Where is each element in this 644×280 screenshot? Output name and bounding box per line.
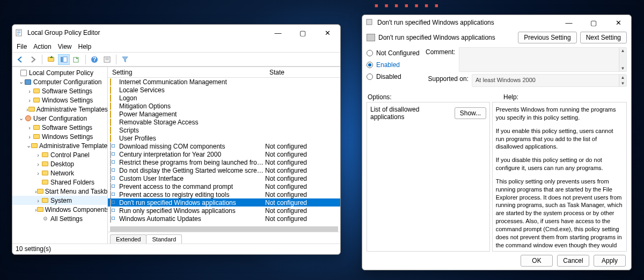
list-setting[interactable]: Restrict these programs from being launc… <box>108 158 340 166</box>
tab-standard[interactable]: Standard <box>146 234 182 244</box>
list-item-label: Prevent access to registry editing tools <box>119 191 265 198</box>
tab-extended[interactable]: Extended <box>110 234 147 244</box>
comment-textbox[interactable]: ▲▼ <box>459 47 627 72</box>
policy-minimize-button[interactable]: — <box>561 17 576 28</box>
list-folder[interactable]: Scripts <box>108 126 340 134</box>
setting-icon <box>110 200 118 205</box>
tree-root[interactable]: Local Computer Policy <box>29 69 93 77</box>
maximize-button[interactable]: ▢ <box>295 27 310 39</box>
apply-button[interactable]: Apply <box>594 255 626 267</box>
tree-uc-windows[interactable]: Windows Settings <box>42 133 93 141</box>
next-setting-button[interactable]: Next Setting <box>580 32 627 43</box>
list-setting[interactable]: Run only specified Windows applicationsN… <box>108 207 340 215</box>
list-item-state: Not configured <box>265 143 340 150</box>
list-item-label: Do not display the Getting Started welco… <box>119 167 265 174</box>
list-setting[interactable]: Century interpretation for Year 2000Not … <box>108 150 340 158</box>
svg-rect-2 <box>17 32 20 33</box>
list-item-state: Not configured <box>265 183 340 190</box>
tree-uc-admin[interactable]: Administrative Templates <box>39 142 108 150</box>
setting-icon <box>110 151 118 157</box>
list-setting[interactable]: Prevent access to the command promptNot … <box>108 182 340 190</box>
tree-control-panel[interactable]: Control Panel <box>50 151 90 159</box>
show-list-button[interactable]: Show... <box>455 107 486 119</box>
radio-disabled[interactable] <box>367 73 373 80</box>
menu-view[interactable]: View <box>58 43 72 50</box>
policy-titlebar[interactable]: Don't run specified Windows applications… <box>362 15 631 30</box>
list-folder[interactable]: Removable Storage Access <box>108 118 340 126</box>
folder-icon <box>110 79 118 85</box>
list-item-label: Logon <box>119 94 265 102</box>
help-button[interactable]: ? <box>89 54 100 65</box>
list-setting[interactable]: Windows Automatic UpdatesNot configured <box>108 215 340 223</box>
col-setting[interactable]: Setting <box>108 67 265 77</box>
folder-icon <box>110 127 118 133</box>
list-item-label: Windows Automatic Updates <box>119 215 265 223</box>
menu-file[interactable]: File <box>17 43 27 50</box>
show-hide-tree-button[interactable] <box>58 54 70 65</box>
minimize-button[interactable]: — <box>270 27 286 39</box>
list-folder[interactable]: Locale Services <box>108 86 340 94</box>
list-folder[interactable]: Logon <box>108 94 340 102</box>
tree-cc-windows[interactable]: Windows Settings <box>42 97 93 104</box>
policy-maximize-button[interactable]: ▢ <box>586 17 601 28</box>
tree-desktop[interactable]: Desktop <box>50 160 74 168</box>
svg-rect-6 <box>74 57 78 62</box>
back-button[interactable] <box>14 54 26 65</box>
setting-icon <box>110 159 118 165</box>
list-item-label: Removable Storage Access <box>119 119 265 126</box>
export-button[interactable] <box>71 54 83 65</box>
tree-cc-software[interactable]: Software Settings <box>42 87 92 95</box>
list-item-label: Restrict these programs from being launc… <box>119 159 265 166</box>
forward-button[interactable] <box>27 54 39 65</box>
tree-all-settings[interactable]: All Settings <box>50 215 83 223</box>
radio-not-configured[interactable] <box>367 50 373 56</box>
list-item-state: Not configured <box>265 151 340 158</box>
folder-icon <box>110 111 118 117</box>
comment-scrollbar[interactable]: ▲▼ <box>619 48 626 71</box>
tree-view[interactable]: ▸Local Computer Policy ⌄Computer Configu… <box>12 67 108 244</box>
tree-network[interactable]: Network <box>50 170 74 177</box>
policy-close-button[interactable]: ✕ <box>611 17 626 28</box>
properties-button[interactable] <box>101 54 113 65</box>
supported-scrollbar[interactable]: ▲▼ <box>619 75 626 86</box>
cancel-button[interactable]: Cancel <box>557 255 589 267</box>
filter-button[interactable] <box>119 54 131 65</box>
list-setting[interactable]: Download missing COM componentsNot confi… <box>108 142 340 150</box>
list-folder[interactable]: Internet Communication Management <box>108 78 340 86</box>
tree-computer-config[interactable]: Computer Configuration <box>33 78 101 86</box>
list-setting[interactable]: Do not display the Getting Started welco… <box>108 166 340 174</box>
option-list-label: List of disallowed applications <box>370 106 449 121</box>
up-button[interactable] <box>45 54 57 65</box>
list-folder[interactable]: Mitigation Options <box>108 102 340 110</box>
tree-cc-admin[interactable]: Administrative Templates <box>36 106 108 113</box>
list-folder[interactable]: User Profiles <box>108 134 340 142</box>
list-header[interactable]: Setting State <box>108 67 340 78</box>
list-item-label: User Profiles <box>119 135 265 142</box>
tree-start-menu-taskbar[interactable]: Start Menu and Taskbar <box>45 188 108 195</box>
horizontal-scrollbar[interactable] <box>110 226 338 232</box>
radio-enabled[interactable] <box>367 62 373 68</box>
list-setting[interactable]: Prevent access to registry editing tools… <box>108 190 340 198</box>
list-setting[interactable]: Don't run specified Windows applications… <box>108 198 340 207</box>
list-folder[interactable]: Power Management <box>108 110 340 118</box>
svg-rect-12 <box>367 19 372 25</box>
list-setting[interactable]: Custom User InterfaceNot configured <box>108 174 340 182</box>
list-item-label: Download missing COM components <box>119 143 265 150</box>
previous-setting-button[interactable]: Previous Setting <box>518 32 576 43</box>
list-item-label: Mitigation Options <box>119 102 265 110</box>
tree-shared-folders[interactable]: Shared Folders <box>50 179 94 186</box>
list-body[interactable]: Internet Communication ManagementLocale … <box>108 78 340 225</box>
ok-button[interactable]: OK <box>521 255 553 267</box>
list-item-label: Internet Communication Management <box>119 78 265 86</box>
help-pane[interactable]: Prevents Windows from running the progra… <box>492 102 627 252</box>
col-state[interactable]: State <box>265 67 340 77</box>
tree-uc-software[interactable]: Software Settings <box>42 124 92 131</box>
menu-help[interactable]: Help <box>78 43 92 50</box>
svg-rect-11 <box>105 60 109 60</box>
close-button[interactable]: ✕ <box>320 27 335 39</box>
titlebar[interactable]: Local Group Policy Editor — ▢ ✕ <box>12 25 340 41</box>
menu-action[interactable]: Action <box>33 43 51 50</box>
tree-system[interactable]: System <box>50 197 72 204</box>
tree-user-config[interactable]: User Configuration <box>33 115 87 122</box>
tree-windows-components[interactable]: Windows Components <box>45 206 108 213</box>
